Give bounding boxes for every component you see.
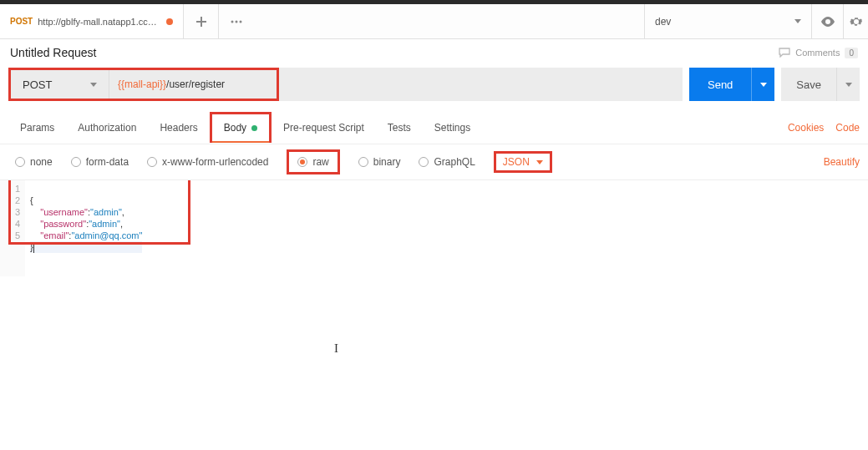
svg-point-0 — [231, 20, 234, 23]
body-raw[interactable]: raw — [297, 156, 328, 168]
json-value: "admin" — [89, 219, 120, 229]
body-formdata[interactable]: form-data — [71, 156, 129, 168]
radio-icon — [15, 157, 25, 167]
svg-point-2 — [240, 20, 242, 23]
save-button[interactable]: Save — [781, 68, 836, 101]
code-line: "password":"admin", — [30, 219, 123, 229]
url-input[interactable] — [279, 68, 683, 101]
chevron-down-icon — [90, 83, 97, 87]
tab-body[interactable]: Body — [212, 114, 269, 143]
body-formdata-label: form-data — [86, 156, 129, 168]
body-urlencoded-label: x-www-form-urlencoded — [162, 156, 268, 168]
body-type-row: none form-data x-www-form-urlencoded raw… — [0, 144, 868, 180]
code-line: "email":"admin@qq.com" — [30, 230, 142, 240]
new-tab-button[interactable] — [184, 4, 219, 38]
body-graphql-label: GraphQL — [434, 156, 475, 168]
view-environment-button[interactable] — [811, 4, 843, 38]
content-type-select[interactable]: JSON — [494, 151, 552, 173]
comments-count: 0 — [845, 48, 858, 58]
send-button[interactable]: Send — [689, 68, 751, 101]
line-number: 1 — [0, 183, 20, 195]
radio-icon — [358, 157, 368, 167]
spacer — [254, 4, 644, 38]
ellipsis-icon — [231, 20, 242, 23]
gear-icon — [850, 15, 863, 28]
right-links: Cookies Code — [788, 122, 860, 134]
code-line: "username":"admin", — [30, 207, 124, 217]
code-line-active: } — [30, 241, 142, 253]
radio-checked-icon — [297, 157, 307, 167]
line-number: 4 — [0, 218, 20, 230]
line-gutter: 1 2 3 4 5 — [0, 180, 25, 276]
eye-icon — [820, 17, 835, 27]
tab-params[interactable]: Params — [8, 111, 66, 144]
beautify-link[interactable]: Beautify — [824, 156, 860, 168]
cookies-link[interactable]: Cookies — [788, 122, 824, 134]
chevron-down-icon — [760, 83, 767, 87]
comments-button[interactable]: Comments 0 — [779, 48, 858, 58]
save-dropdown[interactable] — [836, 68, 860, 101]
send-dropdown[interactable] — [751, 68, 774, 101]
tab-unsaved-dot-icon — [166, 18, 173, 25]
json-key: "password" — [40, 219, 86, 229]
comments-label: Comments — [795, 48, 840, 58]
body-graphql[interactable]: GraphQL — [419, 156, 475, 168]
url-rest-wrap — [279, 68, 683, 101]
body-binary-label: binary — [373, 156, 401, 168]
content-type-label: JSON — [503, 156, 530, 168]
json-key: "username" — [40, 207, 88, 217]
chevron-down-icon — [845, 83, 852, 87]
line-number: 5 — [0, 230, 20, 241]
tab-prerequest[interactable]: Pre-request Script — [272, 111, 376, 144]
text-caret-icon: I — [334, 341, 338, 356]
request-title-row: Untitled Request Comments 0 — [0, 39, 868, 68]
radio-icon — [71, 157, 81, 167]
tab-bar: POST http://gblfy-mall.natapp1.cc/p... d… — [0, 4, 868, 39]
svg-point-1 — [236, 20, 238, 23]
tab-method: POST — [10, 17, 33, 26]
editor-area: 1 2 3 4 5 { "username":"admin", "passwor… — [0, 180, 868, 276]
chevron-down-icon — [536, 160, 543, 164]
environment-settings-button[interactable] — [843, 4, 868, 38]
tab-tests[interactable]: Tests — [376, 111, 423, 144]
body-none-label: none — [30, 156, 53, 168]
request-tab[interactable]: POST http://gblfy-mall.natapp1.cc/p... — [0, 4, 184, 38]
method-url-highlight: POST {{mall-api}}/user/register — [8, 68, 279, 101]
tab-body-highlight: Body — [210, 112, 272, 143]
plus-icon — [196, 17, 206, 27]
line-number: 3 — [0, 206, 20, 218]
environment-select[interactable]: dev — [644, 4, 811, 38]
tab-settings[interactable]: Settings — [423, 111, 482, 144]
url-row: POST {{mall-api}}/user/register Send Sav… — [0, 68, 868, 101]
comment-icon — [779, 48, 790, 58]
radio-icon — [419, 157, 429, 167]
code-content[interactable]: { "username":"admin", "password":"admin"… — [25, 180, 142, 276]
text-cursor-icon — [33, 243, 34, 253]
json-value: "admin@qq.com" — [71, 230, 142, 240]
tab-headers[interactable]: Headers — [148, 111, 209, 144]
tab-authorization[interactable]: Authorization — [66, 111, 148, 144]
method-value: POST — [23, 78, 52, 91]
code-link[interactable]: Code — [835, 122, 860, 134]
code-editor[interactable]: 1 2 3 4 5 { "username":"admin", "passwor… — [0, 180, 868, 276]
environment-name: dev — [655, 16, 671, 28]
json-value: "admin" — [90, 207, 122, 217]
tab-title: http://gblfy-mall.natapp1.cc/p... — [38, 17, 158, 27]
line-number: 2 — [0, 195, 20, 206]
request-title[interactable]: Untitled Request — [10, 46, 97, 59]
request-tabs: Params Authorization Headers Body Pre-re… — [0, 111, 868, 144]
body-raw-label: raw — [312, 156, 328, 168]
chevron-down-icon — [794, 19, 801, 23]
json-key: "email" — [40, 230, 69, 240]
url-variable: {{mall-api}} — [118, 78, 166, 90]
body-none[interactable]: none — [15, 156, 53, 168]
code-line: { — [30, 195, 33, 205]
url-input-part1[interactable]: {{mall-api}}/user/register — [109, 70, 277, 99]
method-select[interactable]: POST — [11, 70, 109, 99]
tab-options-button[interactable] — [219, 4, 254, 38]
url-path: /user/register — [166, 78, 225, 90]
body-binary[interactable]: binary — [358, 156, 401, 168]
body-urlencoded[interactable]: x-www-form-urlencoded — [147, 156, 268, 168]
body-active-dot-icon — [251, 125, 257, 131]
body-raw-highlight: raw — [287, 149, 339, 174]
